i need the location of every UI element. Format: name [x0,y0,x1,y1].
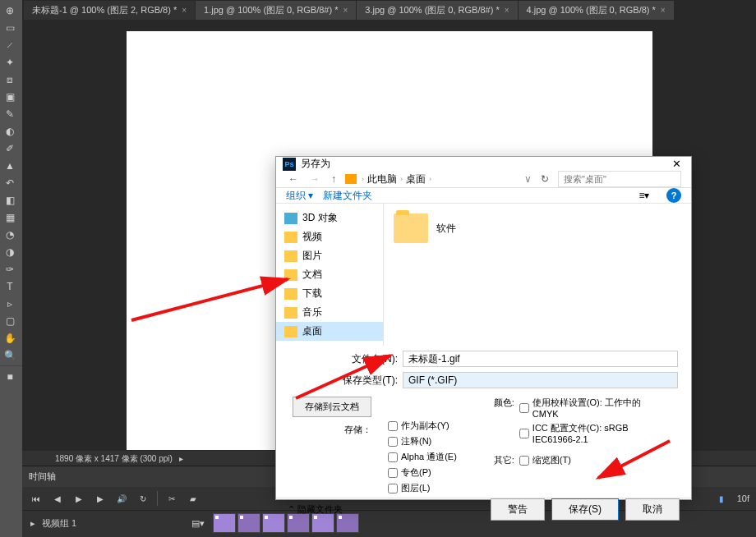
color-swatch[interactable]: ■ [0,368,20,385]
warning-button[interactable]: 警告 [491,498,545,521]
gradient-tool[interactable]: ▦ [0,209,20,226]
save-label: 存储： [344,424,371,436]
cancel-button[interactable]: 取消 [625,498,680,521]
other-label: 其它: [490,454,514,466]
marquee-tool[interactable]: ▭ [0,19,20,36]
close-button[interactable]: ✕ [669,158,685,170]
sidebar-item-pictures[interactable]: 图片 [276,246,383,265]
loop-button[interactable]: ↻ [136,491,150,506]
sidebar-item-3d[interactable]: 3D 对象 [276,209,383,227]
alpha-check[interactable]: Alpha 通道(E) [388,451,457,463]
dialog-body: 3D 对象 视频 图片 文档 下载 音乐 桌面 软件 [276,204,691,346]
cut-button[interactable]: ✂ [164,491,179,506]
play-button[interactable]: ▶ [71,491,86,506]
brush-tool[interactable]: ✐ [0,140,20,157]
audio-button[interactable]: 🔊 [114,491,129,506]
sidebar-item-music[interactable]: 音乐 [276,303,383,322]
frame-tool[interactable]: ▣ [0,88,20,105]
dialog-fields: 文件名(N): 保存类型(T): [276,346,691,393]
breadcrumb[interactable]: › 此电脑 › 桌面 › [345,172,518,186]
next-frame-button[interactable]: ▶ [93,491,108,506]
dialog-toolbar: 组织 ▾ 新建文件夹 ≡▾ ? [276,188,691,204]
blur-tool[interactable]: ◔ [0,226,20,243]
up-button[interactable]: ↑ [329,173,339,185]
close-icon[interactable]: × [661,6,666,15]
thumb-check[interactable]: 缩览图(T) [519,454,571,466]
folder-icon [394,213,428,243]
folder-icon [345,174,357,184]
object-icon [284,213,297,224]
color-label: 颜色: [490,397,514,419]
folder-icon [284,288,297,300]
frame-thumb[interactable] [213,513,236,533]
dialog-titlebar: Ps 另存为 ✕ [276,157,691,171]
eyedrop-tool[interactable]: ✎ [0,105,20,122]
zoom-tool[interactable]: 🔍 [0,347,20,364]
shape-tool[interactable]: ▢ [0,312,20,329]
sidebar-item-video[interactable]: 视频 [276,227,383,246]
move-tool[interactable]: ⊕ [0,2,20,19]
path-tool[interactable]: ▹ [0,295,20,312]
help-icon[interactable]: ? [666,188,681,203]
first-frame-button[interactable]: ⏮ [29,491,44,506]
ps-icon: Ps [283,158,296,171]
folder-icon [284,307,297,319]
filetype-select[interactable] [403,372,678,388]
folder-icon [284,326,297,337]
tab-4jpg[interactable]: 4.jpg @ 100% (图层 0, RGB/8) *× [519,1,674,20]
tab-3jpg[interactable]: 3.jpg @ 100% (图层 0, RGB/8#) *× [357,1,517,20]
wand-tool[interactable]: ✦ [0,53,20,71]
transition-button[interactable]: ▰ [186,491,201,506]
locations-sidebar: 3D 对象 视频 图片 文档 下载 音乐 桌面 [276,204,383,346]
dialog-nav: ← → ↑ › 此电脑 › 桌面 › ∨ ↻ [276,171,691,188]
forward-button[interactable]: → [307,173,322,185]
save-cloud-button[interactable]: 存储到云文档 [293,397,371,417]
crop-tool[interactable]: ⧈ [0,71,20,88]
search-input[interactable] [558,171,681,187]
document-tabs: 未标题-1 @ 100% (图层 2, RGB/8) *× 1.jpg @ 10… [22,0,756,21]
close-icon[interactable]: × [182,6,187,15]
save-button[interactable]: 保存(S) [551,498,619,521]
history-brush-tool[interactable]: ↶ [0,174,20,191]
new-folder-link[interactable]: 新建文件夹 [323,189,372,203]
back-button[interactable]: ← [286,173,301,185]
spot-check[interactable]: 专色(P) [388,466,457,479]
sidebar-item-desktop[interactable]: 桌面 [276,322,383,341]
save-copy-check[interactable]: 作为副本(Y) [388,420,457,432]
view-mode-button[interactable]: ≡▾ [637,188,652,203]
sidebar-item-documents[interactable]: 文档 [276,265,383,284]
tab-untitled[interactable]: 未标题-1 @ 100% (图层 2, RGB/8) *× [24,1,195,20]
close-icon[interactable]: × [505,6,509,15]
dodge-tool[interactable]: ◑ [0,243,20,260]
organize-link[interactable]: 组织 ▾ [286,189,313,203]
fps-label: 10f [737,493,749,503]
layers-check[interactable]: 图层(L) [388,482,457,494]
eraser-tool[interactable]: ◧ [0,191,20,209]
folder-item[interactable]: 软件 [394,213,456,243]
dialog-title: 另存为 [301,157,669,171]
close-icon[interactable]: × [343,6,348,15]
hand-tool[interactable]: ✋ [0,329,20,347]
heal-tool[interactable]: ◐ [0,122,20,140]
lasso-tool[interactable]: ⟋ [0,36,20,53]
refresh-button[interactable]: ↻ [538,173,551,185]
hide-folders-link[interactable]: ⌃ 隐藏文件夹 [288,503,343,516]
notes-check[interactable]: 注释(N) [388,435,457,448]
icc-check[interactable]: ICC 配置文件(C): sRGB IEC61966-2.1 [519,422,659,444]
file-area[interactable]: 软件 [383,204,691,346]
sidebar-item-downloads[interactable]: 下载 [276,284,383,303]
filename-label: 文件名(N): [342,352,398,366]
filetype-label: 保存类型(T): [342,374,398,388]
filmstrip-icon[interactable]: ▤▾ [191,518,205,529]
dialog-footer: ⌃ 隐藏文件夹 警告 保存(S) 取消 [276,498,691,521]
filename-input[interactable] [403,351,678,367]
stamp-tool[interactable]: ▲ [0,157,20,174]
type-tool[interactable]: T [0,278,20,295]
frame-thumb[interactable] [237,513,260,533]
tab-1jpg[interactable]: 1.jpg @ 100% (图层 0, RGB/8#) *× [196,1,356,20]
proof-check[interactable]: 使用校样设置(O): 工作中的 CMYK [519,397,659,419]
folder-icon [284,232,297,243]
video-track[interactable]: ▸视频组 1 ▤▾ [22,514,213,533]
prev-frame-button[interactable]: ◀ [50,491,65,506]
pen-tool[interactable]: ✑ [0,260,20,278]
